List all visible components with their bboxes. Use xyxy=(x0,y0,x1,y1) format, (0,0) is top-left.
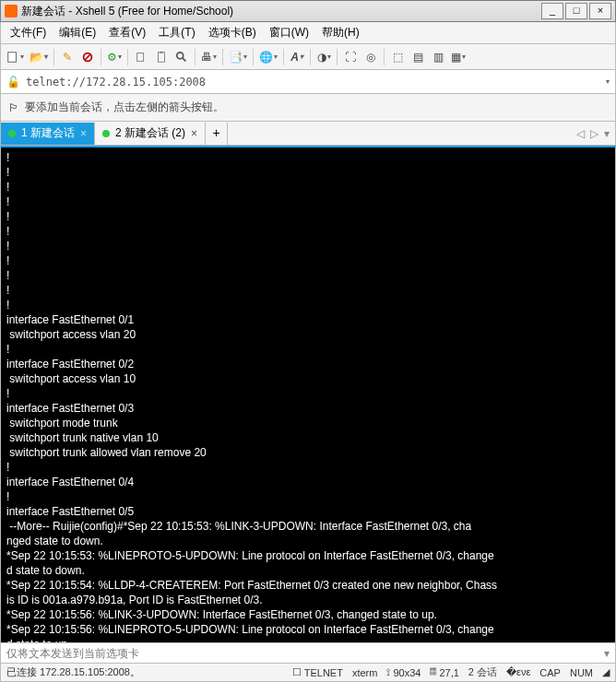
copy-button[interactable] xyxy=(132,48,150,66)
status-sessions: 2 会话 xyxy=(468,665,497,679)
tab-label: 2 新建会话 (2) xyxy=(115,125,185,141)
minimize-button[interactable]: _ xyxy=(541,3,563,19)
layout-grid-button[interactable]: ▦▾ xyxy=(449,48,468,66)
svg-rect-3 xyxy=(137,53,144,61)
tab-label: 1 新建会话 xyxy=(21,125,75,141)
menu-file[interactable]: 文件(F) xyxy=(5,23,52,42)
status-protocol: ☐ TELNET xyxy=(292,666,343,678)
menu-view[interactable]: 查看(V) xyxy=(103,23,151,42)
layout-h-button[interactable]: ▤ xyxy=(409,48,427,66)
tab-session-2[interactable]: 2 新建会话 (2) × xyxy=(95,123,206,145)
separator xyxy=(384,49,385,65)
print-button[interactable]: 🖶▾ xyxy=(199,48,219,66)
new-session-button[interactable]: ▾ xyxy=(5,48,26,66)
layout-v-button[interactable]: ▥ xyxy=(429,48,447,66)
svg-rect-5 xyxy=(160,51,163,53)
transparency-button[interactable]: ◎ xyxy=(361,48,380,66)
tab-scroll-right[interactable]: ▷ xyxy=(590,127,598,140)
open-button[interactable]: 📂▾ xyxy=(28,48,50,66)
svg-point-6 xyxy=(177,52,184,58)
status-connection: 已连接 172.28.15.105:2008。 xyxy=(6,665,140,679)
maximize-button[interactable]: □ xyxy=(565,3,587,19)
color-scheme-button[interactable]: ◑▾ xyxy=(314,48,333,66)
separator xyxy=(127,49,128,65)
disconnect-button[interactable] xyxy=(78,48,97,66)
status-dot-icon xyxy=(8,130,16,137)
menu-tools[interactable]: 工具(T) xyxy=(153,23,200,42)
svg-rect-0 xyxy=(8,52,17,62)
status-dot-icon xyxy=(102,130,110,137)
separator xyxy=(310,49,311,65)
svg-line-7 xyxy=(183,57,186,61)
status-term: xterm xyxy=(352,667,378,678)
tab-list-button[interactable]: ▾ xyxy=(604,127,610,140)
tab-scroll-left[interactable]: ◁ xyxy=(576,127,585,140)
menubar: 文件(F) 编辑(E) 查看(V) 工具(T) 选项卡(B) 窗口(W) 帮助(… xyxy=(0,22,616,44)
fullscreen-button[interactable]: ⛶ xyxy=(341,48,360,66)
separator xyxy=(195,49,195,65)
hint-text: 要添加当前会话，点击左侧的箭头按钮。 xyxy=(25,100,224,115)
address-bar: 🔓 ▾ xyxy=(0,70,616,94)
status-num: NUM xyxy=(570,667,593,678)
separator xyxy=(101,49,101,65)
separator xyxy=(222,49,223,65)
address-dropdown[interactable]: ▾ xyxy=(606,77,610,86)
status-resize-grip[interactable]: ◢ xyxy=(602,666,610,678)
session-tabs: 1 新建会话 × 2 新建会话 (2) × + ◁ ▷ ▾ xyxy=(0,122,616,146)
terminal-area[interactable]: ! ! ! ! ! ! ! ! ! ! ! interface FastEthe… xyxy=(0,146,616,643)
status-size: ⟟ 90x34 xyxy=(386,666,421,678)
new-tab-button[interactable]: + xyxy=(206,123,228,145)
menu-edit[interactable]: 编辑(E) xyxy=(53,23,101,42)
find-button[interactable] xyxy=(172,48,191,66)
app-icon xyxy=(5,5,18,18)
status-rec: �ενε xyxy=(506,666,530,678)
xftp-button[interactable]: 📑▾ xyxy=(227,48,249,66)
status-pos: 𝄜 27,1 xyxy=(430,666,458,678)
lock-button[interactable]: ⬚ xyxy=(388,48,407,66)
tab-session-1[interactable]: 1 新建会话 × xyxy=(1,123,95,145)
address-input[interactable] xyxy=(26,76,599,88)
terminal-content: ! ! ! ! ! ! ! ! ! ! ! interface FastEthe… xyxy=(6,151,497,643)
separator xyxy=(253,49,254,65)
close-icon[interactable]: × xyxy=(191,127,197,140)
add-session-icon[interactable]: 🏳 xyxy=(8,101,19,114)
window-titlebar: 新建会话 - Xshell 5 (Free for Home/School) _… xyxy=(0,0,616,22)
svg-line-2 xyxy=(85,53,91,60)
properties-button[interactable]: ⚙▾ xyxy=(105,48,124,66)
menu-tabs[interactable]: 选项卡(B) xyxy=(203,23,262,42)
toolbar: ▾ 📂▾ ✎ ⚙▾ 🖶▾ 📑▾ 🌐▾ A▾ ◑▾ ⛶ ◎ ⬚ ▤ ▥ ▦▾ xyxy=(0,44,616,70)
status-bar: 已连接 172.28.15.105:2008。 ☐ TELNET xterm ⟟… xyxy=(0,664,616,682)
reconnect-button[interactable]: ✎ xyxy=(58,48,77,66)
lock-icon: 🔓 xyxy=(6,76,20,88)
close-button[interactable]: × xyxy=(589,3,611,19)
separator xyxy=(337,49,338,65)
menu-window[interactable]: 窗口(W) xyxy=(264,23,314,42)
separator xyxy=(53,49,54,65)
window-title: 新建会话 - Xshell 5 (Free for Home/School) xyxy=(21,4,233,19)
close-icon[interactable]: × xyxy=(80,127,87,140)
menu-help[interactable]: 帮助(H) xyxy=(316,23,365,42)
status-cap: CAP xyxy=(539,667,561,678)
web-button[interactable]: 🌐▾ xyxy=(257,48,279,66)
separator xyxy=(283,49,284,65)
send-input[interactable] xyxy=(1,647,598,660)
font-button[interactable]: A▾ xyxy=(288,48,306,66)
hint-bar: 🏳 要添加当前会话，点击左侧的箭头按钮。 xyxy=(0,94,616,122)
send-bar: ▾ xyxy=(0,643,616,664)
svg-rect-4 xyxy=(159,52,165,62)
paste-button[interactable] xyxy=(152,48,171,66)
send-dropdown[interactable]: ▾ xyxy=(598,647,615,660)
